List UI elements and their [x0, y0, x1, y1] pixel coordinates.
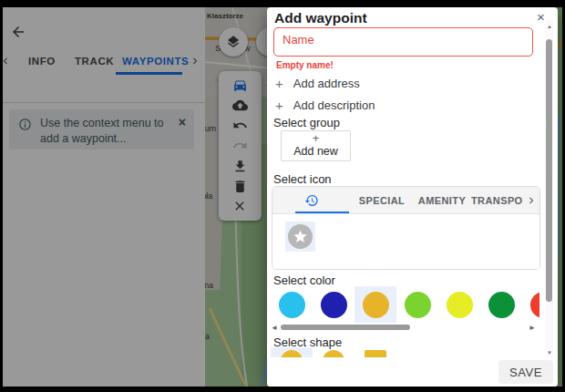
select-color-label: Select color	[273, 273, 335, 287]
color-picker-row	[271, 286, 539, 323]
dialog-footer: SAVE	[267, 357, 558, 387]
color-row-scrollbar[interactable]: ◄ ►	[271, 324, 536, 332]
color-swatch-yellow[interactable]	[438, 286, 480, 323]
download-icon[interactable]	[232, 159, 248, 174]
save-button[interactable]: SAVE	[498, 360, 553, 384]
name-field[interactable]: Name	[273, 27, 533, 57]
select-group-label: Select group	[273, 116, 340, 129]
active-tab-underline	[116, 72, 182, 75]
dialog-scrollbar[interactable]: ▲ ▼	[546, 20, 553, 357]
icon-tab-amenity[interactable]: AMENITY	[413, 187, 471, 213]
shape-swatch-square[interactable]	[354, 347, 396, 357]
icon-tab-transport[interactable]: TRANSPORT	[471, 187, 523, 213]
icon-grid	[272, 214, 539, 270]
tabs-scroll-left-icon[interactable]	[0, 55, 12, 67]
select-icon-label: Select icon	[273, 172, 332, 186]
add-waypoint-dialog: Add waypoint × Name Empty name! + Add ad…	[267, 7, 558, 387]
icon-tab-underline	[295, 211, 349, 213]
scroll-left-icon[interactable]: ◄	[271, 324, 278, 332]
add-new-group-button[interactable]: + Add new	[281, 130, 351, 161]
history-icon	[304, 193, 319, 208]
tabs-scroll-right-icon[interactable]	[189, 55, 201, 67]
close-toolbar-icon[interactable]	[232, 199, 248, 214]
tab-track[interactable]: TRACK	[75, 47, 114, 75]
color-swatch-dark-green[interactable]	[480, 286, 522, 323]
alert-text: Use the context menu to add a waypoint..…	[40, 116, 175, 147]
name-input[interactable]	[280, 44, 520, 57]
color-swatch-navy[interactable]	[313, 286, 354, 323]
map-layers-button[interactable]	[219, 27, 248, 57]
track-edit-toolbar	[219, 71, 262, 221]
arrow-left-icon	[10, 24, 28, 40]
plus-icon: +	[282, 131, 350, 145]
dialog-title: Add waypoint	[274, 10, 367, 26]
vertical-scroll-thumb[interactable]	[546, 39, 552, 302]
alert-close-icon[interactable]: ×	[179, 115, 186, 129]
cloud-upload-icon[interactable]	[232, 98, 248, 113]
add-address-label: Add address	[293, 77, 360, 90]
scroll-right-icon[interactable]: ►	[529, 324, 536, 332]
icon-tab-recent[interactable]	[272, 187, 351, 213]
scroll-down-icon[interactable]: ▼	[546, 350, 553, 356]
undo-icon[interactable]	[232, 118, 248, 133]
icon-tabs-scroll-right-icon[interactable]	[523, 187, 539, 213]
dialog-close-icon[interactable]: ×	[537, 9, 545, 25]
back-button[interactable]	[10, 24, 28, 42]
panel-tabbar: INFO TRACK WAYPOINTS	[3, 47, 205, 75]
map-label-partial-1: Kurn	[205, 124, 216, 133]
plus-icon: +	[275, 98, 283, 112]
tab-info[interactable]: INFO	[28, 47, 56, 75]
layers-icon	[226, 35, 241, 49]
waypoint-icon-star-selected[interactable]	[285, 222, 315, 252]
color-swatch-amber-selected[interactable]	[354, 286, 396, 323]
shape-swatch-circle[interactable]	[313, 347, 354, 357]
waypoint-hint-alert: Use the context menu to add a waypoint..…	[9, 109, 194, 150]
shape-swatch-circle-selected[interactable]	[271, 347, 313, 357]
color-swatch-cyan[interactable]	[271, 286, 313, 323]
color-swatch-red[interactable]	[522, 286, 539, 323]
icon-tab-special[interactable]: SPECIAL	[351, 187, 413, 213]
horizontal-scroll-thumb[interactable]	[281, 325, 410, 330]
map-label-partial-3: yzna	[205, 281, 213, 290]
add-new-group-label: Add new	[282, 145, 350, 158]
add-address-button[interactable]: + Add address	[275, 75, 360, 91]
delete-icon[interactable]	[232, 179, 248, 194]
redo-icon[interactable]	[232, 138, 248, 153]
plus-icon: +	[275, 77, 283, 90]
left-panel: INFO TRACK WAYPOINTS Use the context men…	[3, 7, 205, 387]
icon-picker: SPECIAL AMENITY TRANSPORT	[272, 186, 540, 270]
panel-divider	[3, 102, 205, 103]
scroll-up-icon[interactable]: ▲	[546, 24, 553, 29]
shape-picker-row	[271, 347, 539, 357]
info-icon	[18, 118, 32, 131]
tab-waypoints[interactable]: WAYPOINTS	[122, 47, 189, 75]
icon-tabbar: SPECIAL AMENITY TRANSPORT	[272, 187, 539, 214]
map-label-partial-2: iała	[205, 191, 212, 201]
color-swatch-light-green[interactable]	[396, 286, 438, 323]
map-label-klasztorze: Klasztorze	[207, 12, 243, 20]
add-description-button[interactable]: + Add description	[275, 97, 375, 113]
add-description-label: Add description	[293, 98, 375, 112]
map-label-partial-4: ica	[205, 332, 210, 341]
star-icon	[288, 224, 313, 249]
car-routing-icon[interactable]	[232, 77, 248, 93]
name-error-text: Empty name!	[276, 60, 334, 70]
